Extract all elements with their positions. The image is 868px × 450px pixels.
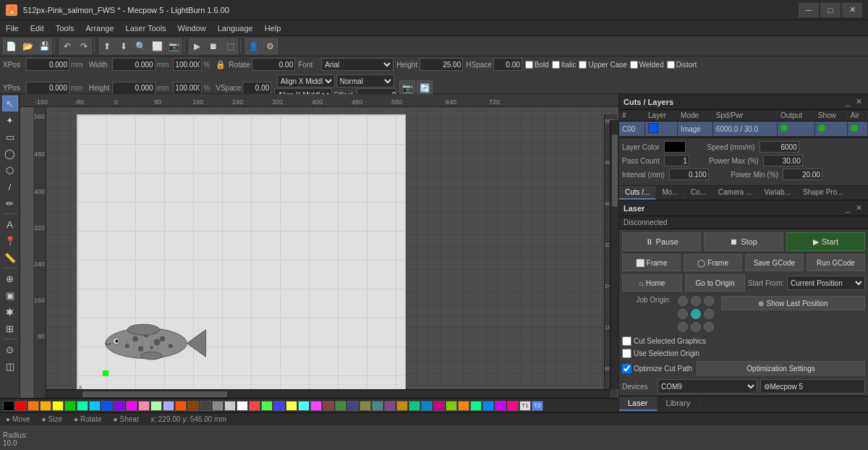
text-tool[interactable]: A — [2, 216, 18, 232]
jo-tr[interactable] — [704, 296, 714, 306]
node-tool[interactable]: ✦ — [2, 112, 18, 128]
width-input[interactable] — [112, 58, 156, 71]
laser-panel-minimize[interactable]: _ — [844, 203, 851, 213]
swatch-green[interactable] — [64, 401, 76, 411]
optimization-settings-button[interactable]: Optimization Settings — [697, 361, 865, 375]
swatch-lt-blue[interactable] — [163, 401, 174, 411]
home-button[interactable]: ⌂ Home — [622, 274, 682, 292]
canvas-area[interactable]: -160 -80 0 80 160 240 320 400 480 560 64… — [20, 94, 618, 398]
table-row[interactable]: C00 Image 6000.0 / 30.0 — [619, 122, 868, 137]
layer-output[interactable] — [778, 122, 815, 137]
minimize-button[interactable]: ─ — [799, 3, 819, 17]
zoom-btn[interactable]: 🔍 — [132, 38, 148, 54]
swatch-c24[interactable] — [298, 401, 310, 411]
swatch-yellow[interactable] — [52, 401, 64, 411]
height-pct-input[interactable] — [173, 82, 202, 95]
menu-help[interactable]: Help — [259, 20, 287, 35]
window-controls[interactable]: ─ □ ✕ — [799, 3, 862, 17]
swatch-c35[interactable] — [433, 401, 445, 411]
swatch-c39[interactable] — [482, 401, 494, 411]
new-btn[interactable]: 📄 — [3, 38, 19, 54]
font-select[interactable]: Arial — [321, 58, 393, 71]
upper-case-checkbox[interactable] — [579, 61, 587, 69]
frame-circle-button[interactable]: ◯ Frame — [684, 254, 742, 271]
bold-checkbox[interactable] — [525, 61, 533, 69]
swatch-sky[interactable] — [89, 401, 101, 411]
cuts-panel-controls[interactable]: _ ✕ — [844, 97, 864, 106]
goto-origin-button[interactable]: Go to Origin — [685, 274, 745, 292]
jo-br[interactable] — [704, 322, 714, 332]
lp-interval-input[interactable] — [669, 169, 709, 180]
swatch-c37[interactable] — [458, 401, 469, 411]
tab-variab[interactable]: Variab... — [759, 186, 798, 200]
save-gcode-button[interactable]: Save GCode — [745, 254, 804, 271]
run-gcode-button[interactable]: Run GCode — [807, 254, 865, 271]
canvas-grid[interactable]: x 560 480 400 320 240 160 80 56048040032… — [46, 107, 618, 398]
grid-tool[interactable]: ⊞ — [2, 320, 18, 336]
select-btn[interactable]: ⬜ — [149, 38, 165, 54]
jo-ml[interactable] — [678, 309, 688, 319]
menu-file[interactable]: File — [0, 20, 25, 35]
upper-case-check[interactable]: Upper Case — [579, 61, 626, 69]
swatch-c32[interactable] — [396, 401, 408, 411]
jo-mr[interactable] — [704, 309, 714, 319]
normal-select[interactable]: Normal — [336, 75, 394, 88]
cut-selected-check[interactable]: Cut Selected Graphics — [622, 336, 706, 346]
use-selection-check[interactable]: Use Selection Origin — [622, 349, 699, 358]
undo-btn[interactable]: ↶ — [59, 38, 75, 54]
swatch-c25[interactable] — [310, 401, 322, 411]
bold-check[interactable]: Bold — [525, 61, 549, 69]
height-input[interactable] — [112, 82, 156, 95]
swatch-black[interactable] — [3, 401, 14, 411]
welded-check[interactable]: Welded — [630, 61, 664, 69]
vspace-input[interactable] — [242, 82, 271, 95]
jo-bc[interactable] — [691, 322, 701, 332]
swatch-c23[interactable] — [286, 401, 297, 411]
align-x-select[interactable]: Align X Middle — [277, 75, 335, 88]
swatch-lt-gray[interactable] — [224, 401, 236, 411]
close-button[interactable]: ✕ — [842, 3, 862, 17]
swatch-mint[interactable] — [77, 401, 88, 411]
swatch-c22[interactable] — [273, 401, 285, 411]
swatch-c41[interactable] — [507, 401, 519, 411]
circle-tool[interactable]: ⊕ — [2, 271, 18, 286]
laser-panel-close[interactable]: ✕ — [854, 203, 864, 213]
fish-image[interactable] — [95, 316, 208, 370]
laser-panel-controls[interactable]: _ ✕ — [844, 203, 864, 213]
swatch-white[interactable] — [237, 401, 248, 411]
hspace-input[interactable] — [493, 58, 522, 71]
swatch-orange[interactable] — [27, 401, 39, 411]
jo-tl[interactable] — [678, 296, 688, 306]
canvas-scroll[interactable]: 560 480 400 320 240 160 80 — [33, 107, 618, 398]
frame-btn[interactable]: ⬚ — [222, 38, 238, 54]
tab-camera[interactable]: Camera ... — [712, 186, 759, 200]
swatch-magenta[interactable] — [126, 401, 137, 411]
swatch-blue[interactable] — [101, 401, 113, 411]
swatch-c28[interactable] — [347, 401, 359, 411]
cuts-panel-minimize[interactable]: _ — [844, 97, 851, 106]
width-pct-input[interactable] — [173, 58, 202, 71]
swatch-dk-gray[interactable] — [200, 401, 211, 411]
offset-tool[interactable]: ⊙ — [2, 341, 18, 357]
camera-btn[interactable]: 📷 — [166, 38, 182, 54]
redo-btn[interactable]: ↷ — [76, 38, 92, 54]
start-button[interactable]: ▶ Start — [786, 232, 865, 251]
swatch-red-orange[interactable] — [175, 401, 187, 411]
tab-shape[interactable]: Shape Pro... — [797, 186, 850, 200]
cut-selected-checkbox[interactable] — [622, 336, 631, 346]
swatch-c30[interactable] — [372, 401, 383, 411]
com-port-select[interactable]: COM9 — [658, 379, 757, 394]
swatch-c26[interactable] — [323, 401, 334, 411]
tab-mo[interactable]: Mo... — [656, 186, 684, 200]
menu-language[interactable]: Language — [212, 20, 259, 35]
italic-check[interactable]: Italic — [552, 61, 576, 69]
frame-rect-button[interactable]: ⬜ Frame — [622, 254, 681, 271]
horizontal-scrollbar[interactable] — [46, 389, 610, 398]
lp-pass-input[interactable] — [664, 155, 689, 166]
maximize-button[interactable]: □ — [820, 3, 841, 17]
pause-button[interactable]: ⏸ Pause — [622, 232, 701, 251]
save-btn[interactable]: 💾 — [36, 38, 52, 54]
lp-color-swatch[interactable] — [664, 141, 686, 153]
lock-icon[interactable]: 🔒 — [216, 60, 226, 69]
line-tool[interactable]: / — [2, 179, 18, 195]
